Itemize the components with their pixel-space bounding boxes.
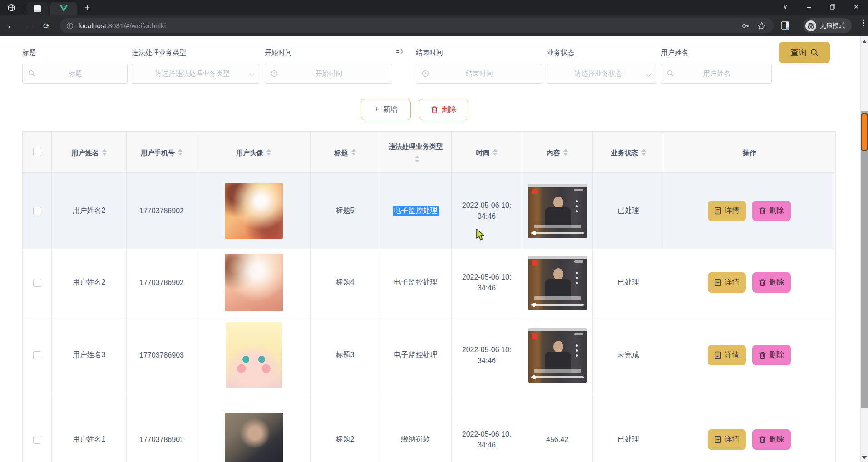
- incognito-icon: [805, 20, 816, 31]
- sort-icon[interactable]: [563, 149, 568, 156]
- end-time-input[interactable]: 结束时间: [416, 64, 542, 84]
- cell-time: 2022-05-06 10:34:46: [452, 316, 522, 394]
- cell-username: 用户姓名1: [52, 394, 127, 462]
- column-header[interactable]: 内容: [522, 132, 593, 173]
- sort-icon[interactable]: [178, 149, 182, 156]
- bookmark-star-icon[interactable]: [757, 21, 766, 30]
- user-avatar-image[interactable]: [225, 413, 283, 462]
- column-header[interactable]: 标题: [311, 132, 380, 173]
- video-badge-icon: [532, 260, 537, 266]
- pinned-tab[interactable]: [27, 2, 48, 15]
- video-thumbnail[interactable]: [528, 328, 587, 383]
- row-delete-button[interactable]: 删除: [752, 345, 791, 365]
- type-select[interactable]: 请选择违法处理业务类型: [132, 64, 259, 84]
- column-header[interactable]: 用户头像: [197, 132, 311, 173]
- plus-icon: +: [374, 104, 379, 114]
- column-header: 操作: [664, 132, 834, 173]
- trash-icon: [759, 207, 766, 215]
- column-header[interactable]: 违法处理业务类型: [380, 132, 452, 173]
- minimize-button[interactable]: –: [797, 0, 821, 14]
- sort-icon[interactable]: [102, 149, 107, 156]
- cell-time: 2022-05-06 10:34:46: [452, 249, 522, 316]
- table-row: 用户姓名1 17703786901 标题2 缴纳罚款 2022-05-06 10…: [23, 394, 835, 462]
- filter-label-type: 违法处理业务类型: [132, 49, 186, 57]
- status-select[interactable]: 请选择业务状态: [547, 64, 656, 84]
- sort-icon[interactable]: [351, 149, 356, 156]
- column-header[interactable]: 用户姓名: [52, 132, 127, 173]
- restore-button[interactable]: [821, 0, 844, 14]
- video-badge-icon: [532, 189, 537, 194]
- sort-icon[interactable]: [415, 156, 419, 162]
- video-timestamp: [574, 260, 583, 263]
- column-header[interactable]: 时间: [452, 132, 522, 173]
- select-all-checkbox[interactable]: [33, 148, 41, 156]
- new-tab-button[interactable]: +: [80, 1, 94, 15]
- address-bar[interactable]: localhost:8081/#/weifachulki: [60, 18, 774, 33]
- document-icon: [715, 279, 721, 286]
- add-button[interactable]: + 新增: [361, 99, 411, 120]
- forward-icon[interactable]: →: [22, 20, 35, 32]
- table-row: 用户姓名3 17703786903 标题3 电子监控处理 2022-05-06 …: [23, 316, 835, 394]
- row-checkbox[interactable]: [33, 436, 41, 444]
- title-search-input[interactable]: 标题: [22, 64, 128, 84]
- reload-icon[interactable]: ⟳: [40, 20, 53, 32]
- trash-icon: [759, 279, 766, 286]
- menu-dots-icon[interactable]: [863, 20, 864, 26]
- search-icon: [667, 70, 674, 77]
- scrollbar-thumb[interactable]: [861, 111, 868, 408]
- trash-icon: [431, 106, 438, 113]
- document-icon: [715, 436, 721, 443]
- video-thumbnail[interactable]: [528, 184, 587, 238]
- column-header[interactable]: 用户手机号: [127, 132, 197, 173]
- search-icon: [28, 70, 35, 77]
- cell-status: 已处理: [593, 394, 664, 462]
- active-tab-vue[interactable]: [50, 2, 77, 15]
- scroll-up-icon[interactable]: [862, 40, 867, 43]
- sort-icon[interactable]: [641, 149, 646, 156]
- close-button[interactable]: ✕: [844, 0, 868, 14]
- username-search-input[interactable]: 用户姓名: [661, 64, 772, 84]
- start-time-input[interactable]: 开始时间: [265, 64, 392, 84]
- table-body: 用户姓名2 17703786902 标题5 电子监控处理 2022-05-06 …: [23, 173, 835, 462]
- sort-icon[interactable]: [493, 149, 498, 156]
- row-checkbox[interactable]: [33, 351, 41, 359]
- filter-label-title: 标题: [22, 49, 36, 57]
- cell-username: 用户姓名2: [52, 173, 127, 249]
- row-checkbox[interactable]: [33, 207, 41, 215]
- cell-phone: 17703786902: [127, 173, 197, 249]
- video-thumbnail[interactable]: [528, 256, 587, 310]
- cell-business-type: 电子监控处理: [394, 278, 438, 287]
- side-panel-icon[interactable]: [780, 21, 790, 30]
- key-icon[interactable]: [741, 21, 750, 30]
- info-icon[interactable]: [66, 22, 74, 29]
- row-delete-button[interactable]: 删除: [752, 429, 791, 450]
- detail-button[interactable]: 详情: [708, 201, 746, 221]
- query-button[interactable]: 查询: [779, 42, 830, 63]
- more-dots-icon[interactable]: [576, 200, 578, 212]
- cell-status: 已处理: [593, 173, 664, 249]
- detail-button[interactable]: 详情: [708, 429, 746, 450]
- detail-button[interactable]: 详情: [708, 272, 746, 293]
- row-checkbox[interactable]: [33, 279, 41, 287]
- incognito-badge: 无痕模式: [803, 18, 852, 33]
- user-avatar-image[interactable]: [226, 322, 282, 388]
- scroll-down-icon[interactable]: [862, 456, 867, 459]
- user-avatar-image[interactable]: [225, 183, 283, 239]
- row-delete-button[interactable]: 删除: [752, 272, 791, 293]
- back-icon[interactable]: ←: [5, 20, 17, 32]
- cell-business-type: 电子监控处理: [394, 350, 438, 360]
- browser-scrollbar[interactable]: [860, 36, 868, 462]
- more-dots-icon[interactable]: [576, 272, 578, 284]
- sort-icon[interactable]: [266, 149, 271, 156]
- batch-delete-button[interactable]: 删除: [419, 99, 468, 120]
- column-header[interactable]: 业务状态: [593, 132, 664, 173]
- cell-title: 标题4: [311, 249, 380, 316]
- globe-icon[interactable]: [7, 4, 15, 12]
- chevron-down-icon[interactable]: ∨: [774, 0, 797, 14]
- more-dots-icon[interactable]: [576, 344, 578, 357]
- user-avatar-image[interactable]: [225, 254, 283, 311]
- detail-button[interactable]: 详情: [708, 345, 746, 365]
- data-table: 用户姓名用户手机号用户头像标题违法处理业务类型时间内容业务状态操作 用户姓名2 …: [22, 131, 836, 462]
- row-delete-button[interactable]: 删除: [752, 201, 791, 221]
- cell-phone: 17703786901: [127, 394, 197, 462]
